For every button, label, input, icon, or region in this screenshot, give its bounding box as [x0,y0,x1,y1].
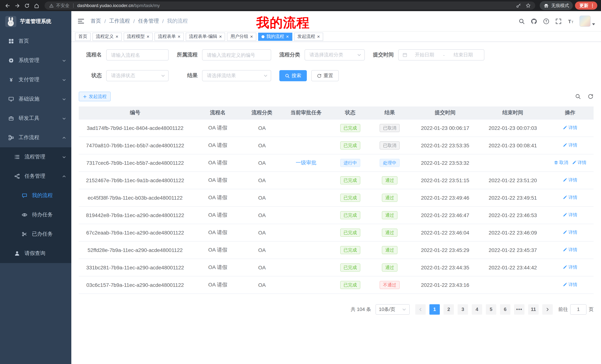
cell-submit-time: 2022-01-22 23:53:32 [411,154,479,172]
cell-current-task: 一级审批 [280,154,332,172]
bookmark-star-icon[interactable] [526,3,531,8]
sidebar-item-payment-mgmt[interactable]: ¥ 支付管理 [0,70,71,89]
tab-process-model[interactable]: 流程模型× [123,32,153,41]
detail-link[interactable]: 详情 [563,229,577,236]
filter-row-2: 状态 请选择状态 结果 请选择流结果 [79,70,594,81]
page-button-11[interactable]: 11 [528,304,539,315]
avatar [580,16,591,27]
link-label: 详情 [568,177,577,183]
process-definition-input[interactable] [202,49,271,60]
close-icon[interactable]: × [147,34,149,39]
search-button[interactable]: 搜索 [279,70,307,81]
sidebar-item-workflow[interactable]: 工作流程 [0,128,71,147]
sidebar-item-dev-tools[interactable]: 研发工具 [0,109,71,128]
security-label[interactable]: 不安全 [56,2,70,9]
detail-link[interactable]: 详情 [563,142,577,148]
tab-process-form[interactable]: 流程表单× [155,32,184,41]
app-logo[interactable]: 芋道管理系统 [0,11,71,31]
breadcrumb-task-mgmt[interactable]: 任务管理 [138,18,159,25]
sidebar-item-process-mgmt[interactable]: 流程管理 [0,147,71,167]
field-label: 结果 [177,72,198,79]
font-size-button[interactable]: TT [567,18,574,25]
result-select[interactable]: 请选择流结果 [202,70,271,81]
address-bar[interactable]: 不安全 dashboard.yudao.iocoder.cn/bpm/task/… [45,1,535,10]
page-button-3[interactable]: 3 [458,304,468,315]
question-circle-icon: ? [543,18,549,24]
page-button-4[interactable]: 4 [472,304,482,315]
github-link[interactable] [531,18,537,25]
tab-label: 用户分组 [230,33,248,40]
close-icon[interactable]: × [219,34,222,39]
goto-page-input[interactable] [570,304,587,315]
task-link[interactable]: 一级审批 [296,159,316,165]
cell-actions: 详情 [547,259,594,276]
help-button[interactable]: ? [543,18,549,25]
breadcrumb-workflow[interactable]: 工作流程 [109,18,130,25]
sidebar-item-task-mgmt[interactable]: 任务管理 [0,167,71,186]
browser-update-menu-button[interactable]: 更新 [575,1,597,10]
page-button-1[interactable]: 1 [429,304,440,315]
tab-user-group[interactable]: 用户分组× [227,32,256,41]
tab-process-form-edit[interactable]: 流程表单-编辑× [186,32,225,41]
sidebar-item-system-mgmt[interactable]: 系统管理 [0,51,71,70]
process-name-input[interactable] [106,49,169,60]
header-search-button[interactable] [518,18,525,25]
tab-home[interactable]: 首页 [75,32,91,41]
detail-link[interactable]: 详情 [563,282,577,288]
start-date-placeholder[interactable]: 开始日期 [408,52,442,58]
more-pages-button[interactable]: ••• [514,304,524,315]
fullscreen-button[interactable] [555,18,562,25]
chevron-down-icon [62,116,66,120]
end-date-placeholder[interactable]: 结束日期 [446,52,480,58]
start-process-button[interactable]: 发起流程 [79,92,111,101]
close-icon[interactable]: × [250,34,253,39]
sidebar-item-todo-tasks[interactable]: 待办任务 [0,205,71,224]
detail-link[interactable]: 详情 [572,160,586,166]
page-button-5[interactable]: 5 [486,304,496,315]
detail-link[interactable]: 详情 [563,177,577,183]
browser-home-button[interactable] [33,2,40,9]
close-icon[interactable]: × [286,34,289,39]
page-size-select[interactable]: 10条/页 [376,304,410,315]
browser-back-button[interactable] [4,2,11,9]
page-button-2[interactable]: 2 [443,304,454,315]
date-range-picker[interactable]: 开始日期 - 结束日期 [398,49,484,60]
field-label: 状态 [79,72,102,79]
next-page-button[interactable] [542,304,553,315]
tab-process-definition[interactable]: 流程定义× [92,32,122,41]
detail-link[interactable]: 详情 [563,194,577,201]
close-icon[interactable]: × [178,34,180,39]
user-menu[interactable] [580,16,595,27]
detail-link[interactable]: 详情 [563,125,577,131]
cancel-link[interactable]: 取消 [554,160,568,166]
detail-link[interactable]: 详情 [563,264,577,270]
prev-page-button[interactable] [415,304,426,315]
status-badge: 已完成 [340,176,360,184]
cell-actions: 详情 [547,224,594,241]
toggle-search-button[interactable] [575,94,581,99]
browser-reload-button[interactable] [23,2,30,9]
sidebar-item-home[interactable]: 首页 [0,31,71,51]
reset-button[interactable]: 重置 [311,70,339,81]
close-icon[interactable]: × [116,34,118,39]
col-process-name: 流程名 [191,106,244,119]
tab-start-process[interactable]: 发起流程× [294,32,323,41]
page-button-6[interactable]: 6 [500,304,510,315]
category-select[interactable]: 请选择流程分类 [305,49,365,60]
status-select[interactable]: 请选择状态 [106,70,169,81]
refresh-table-button[interactable] [588,94,594,99]
detail-link[interactable]: 详情 [563,247,577,253]
password-key-icon[interactable] [516,3,521,8]
table-row: ec45f38f-7b9a-11ec-b03b-acde48001122 OA … [79,189,594,206]
tab-my-process[interactable]: 我的流程× [258,32,292,41]
link-label: 详情 [568,247,577,253]
sidebar-item-done-tasks[interactable]: 已办任务 [0,224,71,244]
sidebar-item-leave-query[interactable]: 请假查询 [0,244,71,263]
breadcrumb-home[interactable]: 首页 [91,18,101,25]
sidebar-item-infrastructure[interactable]: 基础设施 [0,89,71,109]
sidebar-item-my-process[interactable]: 我的流程 [0,186,71,205]
browser-forward-button[interactable] [13,2,21,9]
detail-link[interactable]: 详情 [563,212,577,218]
sidebar-toggle-icon[interactable] [77,18,85,25]
close-icon[interactable]: × [317,34,320,39]
